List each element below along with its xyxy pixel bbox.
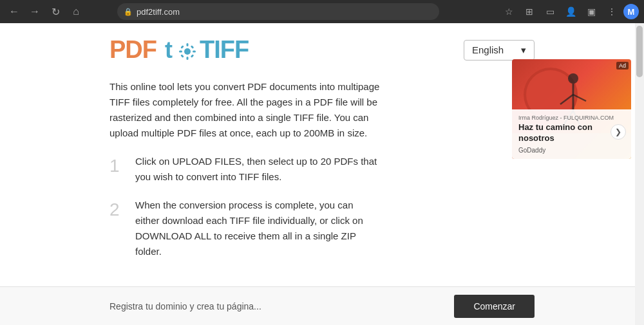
bookmark-icon[interactable]: ☆ bbox=[500, 3, 518, 21]
extension-icon[interactable]: ⊞ bbox=[520, 3, 538, 21]
bottom-strip-text: Registra tu dominio y crea tu página... bbox=[109, 301, 261, 311]
step-item-1: 1 Click on UPLOAD FILES, then select up … bbox=[109, 154, 535, 185]
sidebar-icon[interactable]: ▣ bbox=[582, 3, 600, 21]
url-display: pdf2tiff.com bbox=[137, 7, 180, 17]
chevron-down-icon: ▾ bbox=[521, 44, 526, 56]
svg-rect-8 bbox=[191, 54, 194, 58]
advertisement: Ad Irma Rodríguez - FULQUIRINA.COM Haz t… bbox=[512, 59, 631, 159]
forward-button[interactable]: → bbox=[26, 3, 44, 21]
logo-to: t bbox=[159, 37, 197, 64]
browser-controls: ← → ↻ ⌂ bbox=[5, 3, 85, 21]
step-number-2: 2 bbox=[109, 199, 125, 221]
profile-avatar[interactable]: M bbox=[623, 4, 639, 19]
language-label: English bbox=[472, 44, 504, 55]
svg-point-0 bbox=[184, 48, 191, 55]
ad-small-text: Irma Rodríguez - FULQUIRINA.COM bbox=[518, 115, 625, 121]
ad-image: Ad Irma Rodríguez - FULQUIRINA.COM Haz t… bbox=[512, 59, 631, 159]
page-content: PDF t TIFF bbox=[0, 23, 644, 325]
svg-rect-7 bbox=[180, 54, 184, 58]
svg-rect-1 bbox=[187, 43, 189, 46]
step-number-1: 1 bbox=[109, 155, 125, 177]
ad-box[interactable]: Ad Irma Rodríguez - FULQUIRINA.COM Haz t… bbox=[512, 59, 631, 159]
svg-rect-2 bbox=[187, 57, 189, 60]
svg-rect-5 bbox=[180, 45, 184, 49]
address-bar[interactable]: 🔒 pdf2tiff.com bbox=[117, 3, 439, 20]
description-text: This online tool lets you convert PDF do… bbox=[109, 79, 386, 141]
svg-rect-6 bbox=[191, 45, 194, 49]
ad-brand: GoDaddy bbox=[518, 147, 625, 154]
browser-right-icons: ☆ ⊞ ▭ 👤 ▣ ⋮ M bbox=[500, 3, 639, 21]
steps-list: 1 Click on UPLOAD FILES, then select up … bbox=[109, 154, 535, 259]
step-item-2: 2 When the conversion process is complet… bbox=[109, 198, 535, 259]
ad-headline: Haz tu camino con nosotros bbox=[518, 122, 625, 144]
logo: PDF t TIFF bbox=[109, 36, 249, 64]
header: PDF t TIFF bbox=[109, 36, 535, 64]
scrollbar[interactable] bbox=[635, 23, 644, 325]
bottom-strip: Registra tu dominio y crea tu página... … bbox=[0, 286, 644, 325]
reload-button[interactable]: ↻ bbox=[46, 3, 64, 21]
account-icon[interactable]: 👤 bbox=[562, 3, 580, 21]
gear-icon bbox=[178, 42, 197, 61]
ad-arrow-button[interactable]: ❯ bbox=[611, 124, 626, 140]
step-text-1: Click on UPLOAD FILES, then select up to… bbox=[135, 154, 380, 185]
lock-icon: 🔒 bbox=[124, 8, 133, 16]
bottom-strip-button[interactable]: Comenzar bbox=[454, 295, 535, 318]
step-text-2: When the conversion process is complete,… bbox=[135, 198, 380, 259]
back-button[interactable]: ← bbox=[5, 3, 23, 21]
svg-rect-4 bbox=[193, 50, 196, 52]
cast-icon[interactable]: ▭ bbox=[541, 3, 559, 21]
svg-rect-3 bbox=[179, 50, 182, 52]
logo-pdf: PDF bbox=[109, 36, 156, 64]
browser-chrome: ← → ↻ ⌂ 🔒 pdf2tiff.com ☆ ⊞ ▭ 👤 ▣ ⋮ M bbox=[0, 0, 644, 23]
ad-badge: Ad bbox=[616, 62, 629, 70]
menu-icon[interactable]: ⋮ bbox=[603, 3, 621, 21]
language-selector[interactable]: English ▾ bbox=[464, 40, 535, 60]
home-button[interactable]: ⌂ bbox=[67, 3, 85, 21]
logo-tiff: TIFF bbox=[200, 36, 249, 64]
svg-point-11 bbox=[568, 73, 578, 84]
scrollbar-thumb[interactable] bbox=[636, 26, 643, 77]
